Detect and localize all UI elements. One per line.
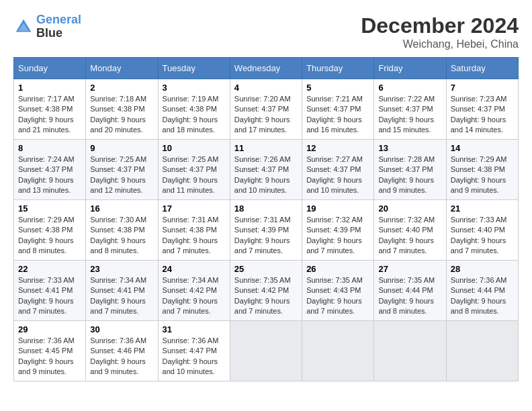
day-info: Sunrise: 7:36 AMSunset: 4:44 PMDaylight:… [451, 275, 514, 317]
calendar-cell [230, 321, 302, 381]
day-info: Sunrise: 7:36 AMSunset: 4:46 PMDaylight:… [90, 336, 153, 377]
day-number: 2 [90, 83, 153, 93]
weekday-header-row: SundayMondayTuesdayWednesdayThursdayFrid… [14, 58, 519, 79]
location: Weichang, Hebei, China [361, 38, 519, 50]
day-info: Sunrise: 7:34 AMSunset: 4:42 PMDaylight:… [163, 275, 226, 317]
calendar-cell: 24Sunrise: 7:34 AMSunset: 4:42 PMDayligh… [158, 261, 230, 321]
calendar-cell: 11Sunrise: 7:26 AMSunset: 4:37 PMDayligh… [230, 140, 302, 200]
day-info: Sunrise: 7:33 AMSunset: 4:40 PMDaylight:… [451, 215, 514, 257]
day-number: 17 [163, 203, 226, 214]
day-info: Sunrise: 7:30 AMSunset: 4:38 PMDaylight:… [90, 215, 153, 257]
day-number: 12 [306, 143, 369, 153]
calendar-cell: 13Sunrise: 7:28 AMSunset: 4:37 PMDayligh… [374, 140, 446, 200]
day-number: 23 [90, 264, 153, 274]
calendar-cell: 2Sunrise: 7:18 AMSunset: 4:38 PMDaylight… [86, 79, 158, 140]
day-number: 9 [90, 143, 153, 153]
day-info: Sunrise: 7:27 AMSunset: 4:37 PMDaylight:… [306, 154, 369, 196]
week-row-1: 1Sunrise: 7:17 AMSunset: 4:38 PMDaylight… [14, 79, 519, 140]
day-info: Sunrise: 7:35 AMSunset: 4:43 PMDaylight:… [306, 275, 369, 317]
day-number: 28 [451, 264, 514, 274]
page-header: General Blue December 2024 Weichang, Heb… [13, 13, 519, 50]
day-number: 27 [378, 264, 441, 274]
week-row-3: 15Sunrise: 7:29 AMSunset: 4:38 PMDayligh… [14, 200, 519, 261]
day-number: 6 [378, 83, 441, 93]
calendar-table: SundayMondayTuesdayWednesdayThursdayFrid… [13, 57, 519, 381]
day-number: 25 [234, 264, 298, 274]
calendar-cell: 23Sunrise: 7:34 AMSunset: 4:41 PMDayligh… [86, 261, 158, 321]
calendar-cell: 18Sunrise: 7:31 AMSunset: 4:39 PMDayligh… [230, 200, 302, 261]
day-number: 31 [163, 324, 226, 334]
weekday-thursday: Thursday [302, 58, 374, 79]
calendar-cell: 27Sunrise: 7:35 AMSunset: 4:44 PMDayligh… [374, 261, 446, 321]
week-row-2: 8Sunrise: 7:24 AMSunset: 4:37 PMDaylight… [14, 140, 519, 200]
day-number: 15 [18, 203, 81, 214]
calendar-cell: 4Sunrise: 7:20 AMSunset: 4:37 PMDaylight… [230, 79, 302, 140]
calendar-cell: 26Sunrise: 7:35 AMSunset: 4:43 PMDayligh… [302, 261, 374, 321]
logo-icon [13, 17, 34, 37]
day-info: Sunrise: 7:22 AMSunset: 4:37 PMDaylight:… [378, 94, 441, 136]
day-info: Sunrise: 7:20 AMSunset: 4:37 PMDaylight:… [234, 94, 298, 136]
calendar-cell: 22Sunrise: 7:33 AMSunset: 4:41 PMDayligh… [14, 261, 86, 321]
day-info: Sunrise: 7:18 AMSunset: 4:38 PMDaylight:… [90, 94, 153, 136]
weekday-tuesday: Tuesday [158, 58, 230, 79]
day-info: Sunrise: 7:26 AMSunset: 4:37 PMDaylight:… [234, 154, 298, 196]
day-number: 24 [163, 264, 226, 274]
day-info: Sunrise: 7:31 AMSunset: 4:38 PMDaylight:… [163, 215, 226, 257]
calendar-cell [446, 321, 518, 381]
calendar-cell: 15Sunrise: 7:29 AMSunset: 4:38 PMDayligh… [14, 200, 86, 261]
calendar-cell: 21Sunrise: 7:33 AMSunset: 4:40 PMDayligh… [446, 200, 518, 261]
calendar-cell: 16Sunrise: 7:30 AMSunset: 4:38 PMDayligh… [86, 200, 158, 261]
day-number: 4 [234, 83, 298, 93]
day-number: 7 [451, 83, 514, 93]
day-number: 16 [90, 203, 153, 214]
calendar-cell: 28Sunrise: 7:36 AMSunset: 4:44 PMDayligh… [446, 261, 518, 321]
day-number: 8 [18, 143, 81, 153]
calendar-cell: 5Sunrise: 7:21 AMSunset: 4:37 PMDaylight… [302, 79, 374, 140]
day-info: Sunrise: 7:32 AMSunset: 4:40 PMDaylight:… [378, 215, 441, 257]
day-number: 18 [234, 203, 298, 214]
calendar-cell: 19Sunrise: 7:32 AMSunset: 4:39 PMDayligh… [302, 200, 374, 261]
day-number: 20 [378, 203, 441, 214]
weekday-monday: Monday [86, 58, 158, 79]
day-number: 19 [306, 203, 369, 214]
day-number: 10 [163, 143, 226, 153]
day-number: 30 [90, 324, 153, 334]
weekday-friday: Friday [374, 58, 446, 79]
day-info: Sunrise: 7:35 AMSunset: 4:44 PMDaylight:… [378, 275, 441, 317]
day-number: 21 [451, 203, 514, 214]
calendar-cell: 14Sunrise: 7:29 AMSunset: 4:38 PMDayligh… [446, 140, 518, 200]
calendar-cell: 29Sunrise: 7:36 AMSunset: 4:45 PMDayligh… [14, 321, 86, 381]
day-info: Sunrise: 7:35 AMSunset: 4:42 PMDaylight:… [234, 275, 298, 317]
day-info: Sunrise: 7:36 AMSunset: 4:47 PMDaylight:… [163, 336, 226, 377]
day-number: 26 [306, 264, 369, 274]
day-info: Sunrise: 7:25 AMSunset: 4:37 PMDaylight:… [90, 154, 153, 196]
calendar-cell: 17Sunrise: 7:31 AMSunset: 4:38 PMDayligh… [158, 200, 230, 261]
day-number: 22 [18, 264, 81, 274]
day-info: Sunrise: 7:21 AMSunset: 4:37 PMDaylight:… [306, 94, 369, 136]
title-block: December 2024 Weichang, Hebei, China [361, 13, 519, 50]
day-info: Sunrise: 7:23 AMSunset: 4:37 PMDaylight:… [451, 94, 514, 136]
day-number: 13 [378, 143, 441, 153]
day-info: Sunrise: 7:34 AMSunset: 4:41 PMDaylight:… [90, 275, 153, 317]
day-info: Sunrise: 7:28 AMSunset: 4:37 PMDaylight:… [378, 154, 441, 196]
week-row-4: 22Sunrise: 7:33 AMSunset: 4:41 PMDayligh… [14, 261, 519, 321]
calendar-cell: 10Sunrise: 7:25 AMSunset: 4:37 PMDayligh… [158, 140, 230, 200]
day-info: Sunrise: 7:25 AMSunset: 4:37 PMDaylight:… [163, 154, 226, 196]
calendar-cell: 20Sunrise: 7:32 AMSunset: 4:40 PMDayligh… [374, 200, 446, 261]
calendar-cell: 30Sunrise: 7:36 AMSunset: 4:46 PMDayligh… [86, 321, 158, 381]
calendar-cell: 9Sunrise: 7:25 AMSunset: 4:37 PMDaylight… [86, 140, 158, 200]
calendar-cell: 6Sunrise: 7:22 AMSunset: 4:37 PMDaylight… [374, 79, 446, 140]
day-info: Sunrise: 7:31 AMSunset: 4:39 PMDaylight:… [234, 215, 298, 257]
month-title: December 2024 [361, 13, 519, 38]
day-info: Sunrise: 7:32 AMSunset: 4:39 PMDaylight:… [306, 215, 369, 257]
day-number: 5 [306, 83, 369, 93]
calendar-cell: 7Sunrise: 7:23 AMSunset: 4:37 PMDaylight… [446, 79, 518, 140]
weekday-sunday: Sunday [14, 58, 86, 79]
day-number: 3 [163, 83, 226, 93]
day-number: 29 [18, 324, 81, 334]
day-number: 11 [234, 143, 298, 153]
day-info: Sunrise: 7:33 AMSunset: 4:41 PMDaylight:… [18, 275, 81, 317]
day-number: 14 [451, 143, 514, 153]
weekday-saturday: Saturday [446, 58, 518, 79]
calendar-cell [374, 321, 446, 381]
